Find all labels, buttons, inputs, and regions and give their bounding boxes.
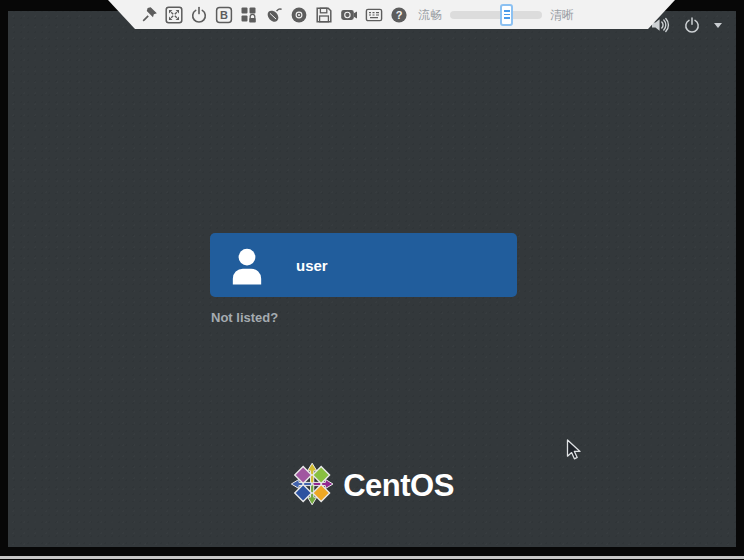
viewer-toolbar: B (108, 0, 675, 29)
mouse-icon[interactable] (265, 6, 283, 24)
mouse-cursor (566, 439, 584, 465)
help-glyph: ? (396, 9, 403, 21)
quality-clear-label: 清晰 (550, 9, 574, 21)
pin-icon[interactable] (140, 6, 158, 24)
user-tile[interactable]: user (210, 233, 517, 297)
help-icon[interactable]: ? (390, 6, 408, 24)
not-listed-button[interactable]: Not listed? (211, 310, 278, 325)
power-icon[interactable] (684, 17, 700, 33)
b-key-letter: B (220, 9, 228, 21)
centos-branding: CentOS (290, 462, 454, 510)
user-avatar-icon (226, 244, 268, 286)
fullscreen-icon[interactable] (165, 6, 183, 24)
viewer-toolbar-icons: B (140, 6, 408, 24)
window-bottom-edge (0, 556, 744, 559)
centos-wordmark: CentOS (343, 468, 454, 504)
blocks-lock-icon[interactable] (240, 6, 258, 24)
power-icon[interactable] (190, 6, 208, 24)
user-name-label: user (296, 257, 328, 274)
keyboard-icon[interactable] (365, 6, 383, 24)
floppy-save-icon[interactable] (315, 6, 333, 24)
quality-slider-track[interactable] (450, 11, 542, 19)
gdm-login-screen: user Not listed? C (8, 11, 736, 547)
session-menu-chevron-icon[interactable] (714, 18, 722, 32)
b-key-icon[interactable]: B (215, 6, 233, 24)
centos-logo-icon (290, 462, 334, 510)
disc-icon[interactable] (290, 6, 308, 24)
quality-smooth-label: 流畅 (418, 9, 442, 21)
quality-slider-group: 流畅 清晰 (418, 9, 574, 21)
quality-slider-handle[interactable] (500, 4, 513, 26)
camera-record-icon[interactable] (340, 6, 358, 24)
